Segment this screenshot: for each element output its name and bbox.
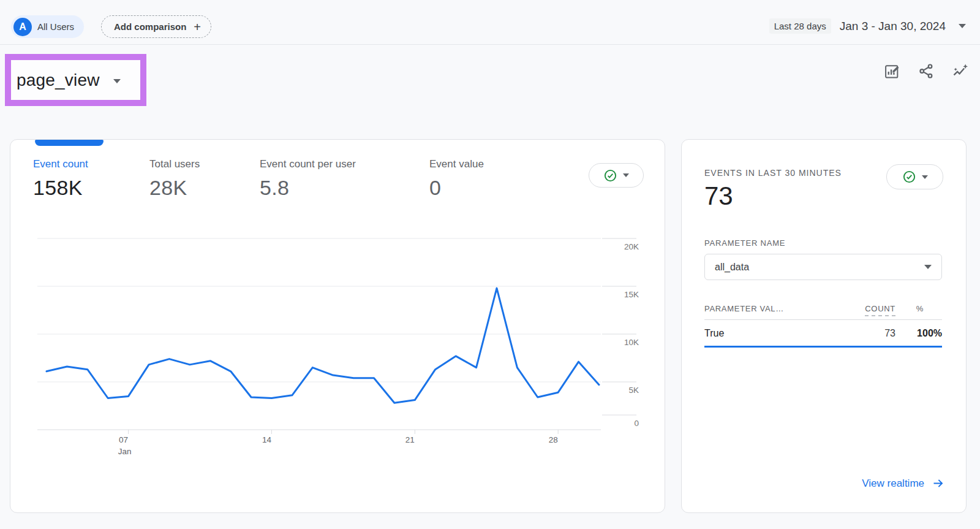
y-axis-label: 5K: [628, 386, 639, 395]
data-quality-dropdown[interactable]: [886, 164, 943, 189]
metric-label: Event count: [33, 158, 88, 170]
audience-chip-all-users[interactable]: A All Users: [11, 15, 84, 38]
chevron-down-icon: [959, 24, 966, 28]
audience-chip-label: All Users: [37, 21, 74, 32]
metric-value: 28K: [149, 176, 200, 200]
chevron-down-icon: [924, 265, 932, 269]
report-toolbar: [883, 62, 970, 80]
table-row: True 73 100%: [704, 320, 942, 346]
metric-event-value[interactable]: Event value 0: [429, 158, 484, 200]
realtime-events-card: EVENTS IN LAST 30 MINUTES 73 PARAMETER N…: [681, 139, 967, 513]
y-axis-label: 0: [634, 419, 639, 428]
y-axis-label: 10K: [624, 338, 639, 347]
header-divider: [0, 44, 980, 45]
event-selector-value: page_view: [17, 70, 100, 90]
ga4-event-report-page: A All Users Add comparison + Last 28 day…: [0, 0, 980, 529]
event-selector-dropdown[interactable]: page_view: [11, 60, 140, 100]
x-axis-sublabel: Jan: [118, 447, 132, 456]
column-header-percent: %: [895, 304, 942, 313]
parameter-value-cell: True: [704, 328, 834, 339]
y-axis-label: 15K: [624, 290, 639, 299]
parameter-name-select[interactable]: all_data: [704, 254, 942, 280]
x-axis-label: 07: [119, 435, 128, 444]
realtime-event-count: 73: [704, 181, 733, 211]
metric-label: Event value: [429, 158, 484, 170]
metric-label: Total users: [149, 158, 200, 170]
chart-line-event-count: [47, 288, 599, 403]
parameter-value-table: PARAMETER VAL… COUNT % True 73 100%: [704, 304, 942, 348]
event-count-chart: 20K15K10K5K007Jan142128: [19, 235, 656, 468]
percent-cell: 100%: [895, 328, 942, 339]
y-axis-label: 20K: [624, 242, 639, 251]
active-metric-tab-indicator: [35, 140, 104, 146]
x-axis-label: 21: [405, 435, 415, 444]
customize-report-icon[interactable]: [883, 62, 901, 80]
audience-avatar: A: [13, 18, 32, 36]
metric-event-count[interactable]: Event count 158K: [33, 158, 88, 200]
percent-bar: [704, 346, 942, 348]
date-range-text: Jan 3 - Jan 30, 2024: [840, 20, 946, 33]
x-axis-label: 28: [549, 435, 558, 444]
parameter-name-value: all_data: [715, 262, 749, 273]
add-comparison-label: Add comparison: [114, 21, 186, 32]
event-selector-highlight-annotation: page_view: [5, 54, 146, 106]
metric-total-users[interactable]: Total users 28K: [149, 158, 200, 200]
check-circle-icon: [603, 169, 617, 183]
chevron-down-icon: [113, 79, 121, 83]
event-metrics-card: Event count 158K Total users 28K Event c…: [10, 139, 665, 513]
realtime-card-title: EVENTS IN LAST 30 MINUTES: [704, 168, 842, 178]
check-circle-icon: [902, 170, 916, 184]
metric-value: 0: [429, 176, 484, 200]
chevron-down-icon: [623, 173, 629, 177]
chevron-down-icon: [922, 175, 928, 179]
date-range-picker[interactable]: Last 28 days Jan 3 - Jan 30, 2024: [769, 18, 966, 34]
share-icon[interactable]: [917, 62, 935, 80]
view-realtime-label: View realtime: [862, 478, 924, 490]
count-cell: 73: [834, 328, 895, 339]
view-realtime-link[interactable]: View realtime: [862, 477, 944, 490]
metric-value: 158K: [33, 176, 88, 200]
x-axis-label: 14: [262, 435, 272, 444]
metric-value: 5.8: [260, 176, 356, 200]
date-preset-badge: Last 28 days: [769, 18, 831, 34]
table-header-row: PARAMETER VAL… COUNT %: [704, 304, 942, 320]
metric-event-count-per-user[interactable]: Event count per user 5.8: [260, 158, 356, 200]
metric-label: Event count per user: [260, 158, 356, 170]
data-quality-dropdown[interactable]: [589, 163, 644, 188]
column-header-count[interactable]: COUNT: [834, 304, 895, 313]
insights-icon[interactable]: [951, 62, 970, 80]
arrow-right-icon: [932, 477, 944, 490]
parameter-name-label: PARAMETER NAME: [704, 238, 785, 248]
column-header-parameter-value: PARAMETER VAL…: [704, 304, 834, 313]
plus-icon: +: [194, 21, 201, 33]
add-comparison-button[interactable]: Add comparison +: [101, 15, 211, 38]
